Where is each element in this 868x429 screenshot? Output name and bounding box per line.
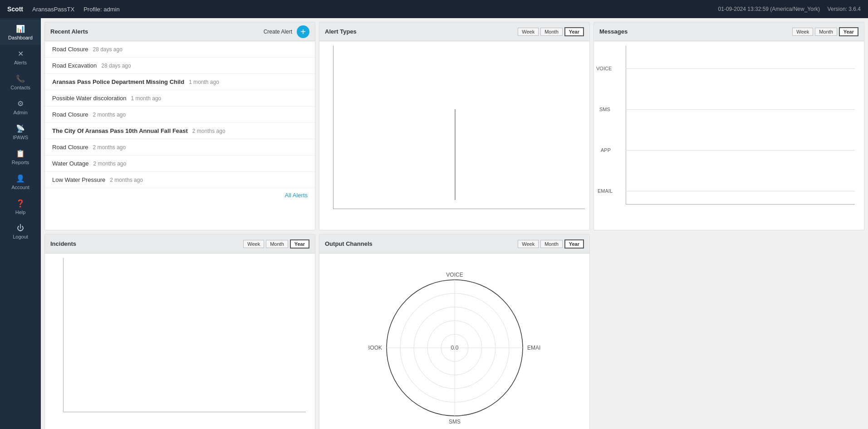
messages-month-btn[interactable]: Month [815, 28, 837, 36]
alert-item[interactable]: Water Outage 2 months ago [45, 156, 315, 172]
create-alert-label: Create Alert [264, 29, 292, 35]
alert-time: 28 days ago [93, 46, 123, 53]
messages-year-btn[interactable]: Year [839, 27, 858, 36]
voice-track [626, 68, 855, 69]
alert-types-year-btn[interactable]: Year [564, 27, 584, 36]
main-layout: 📊 Dashboard ✕ Alerts 📞 Contacts ⚙ Admin … [0, 18, 868, 429]
alert-types-week-btn[interactable]: Week [518, 28, 539, 36]
chart-y-axis [333, 46, 333, 209]
app-track [626, 150, 855, 151]
alert-name: Road Closure [52, 144, 88, 151]
incidents-year-btn[interactable]: Year [290, 239, 309, 249]
alert-name: Road Closure [52, 111, 88, 118]
alert-item[interactable]: Road Closure 2 months ago [45, 139, 315, 156]
messages-x-axis [626, 204, 855, 205]
radar-chart-container: VOICE EMAIL SMS FACEBOOK 0.0 [319, 253, 589, 429]
alert-item[interactable]: Road Closure 28 days ago [45, 41, 315, 58]
incidents-panel: Incidents Week Month Year [44, 234, 315, 429]
org-name: AransasPassTX [32, 6, 74, 13]
contacts-icon: 📞 [16, 74, 25, 83]
sidebar-item-ipaws[interactable]: 📡 IPAWS [0, 120, 41, 145]
messages-body: VOICE SMS APP EMAIL [594, 41, 864, 230]
incidents-week-btn[interactable]: Week [243, 240, 264, 248]
sidebar-item-account[interactable]: 👤 Account [0, 170, 41, 195]
sidebar-item-label: Alerts [14, 60, 27, 65]
alert-name: Low Water Pressure [52, 176, 105, 183]
sidebar-item-label: Contacts [10, 85, 30, 90]
datetime-version: 01-09-2024 13:32:59 (America/New_York) V… [718, 6, 861, 12]
alert-time: 1 month ago [189, 79, 219, 85]
voice-row: VOICE [626, 68, 855, 69]
alert-item[interactable]: Aransas Pass Police Department Missing C… [45, 74, 315, 90]
dashboard-icon: 📊 [16, 24, 25, 33]
sidebar-item-help[interactable]: ❓ Help [0, 195, 41, 219]
radar-chart-svg: VOICE EMAIL SMS FACEBOOK 0.0 [368, 268, 541, 427]
messages-week-btn[interactable]: Week [792, 28, 813, 36]
sms-track [626, 109, 855, 110]
app-label: APP [601, 147, 611, 153]
sidebar-item-contacts[interactable]: 📞 Contacts [0, 70, 41, 95]
sidebar-item-dashboard[interactable]: 📊 Dashboard [0, 20, 41, 45]
sidebar-item-admin[interactable]: ⚙ Admin [0, 95, 41, 120]
output-channels-month-btn[interactable]: Month [540, 240, 563, 248]
alert-time: 2 months ago [93, 161, 126, 167]
messages-header: Messages Week Month Year [594, 22, 864, 41]
alert-item[interactable]: Possible Water discoloration 1 month ago [45, 90, 315, 107]
svg-text:SMS: SMS [448, 419, 460, 425]
sidebar-item-alerts[interactable]: ✕ Alerts [0, 45, 41, 70]
sidebar-item-label: Account [11, 185, 29, 190]
brand-name: Scott [7, 5, 23, 13]
alert-name: Aransas Pass Police Department Missing C… [52, 78, 184, 85]
content-area: Recent Alerts Create Alert + Road Closur… [41, 18, 868, 429]
alert-item[interactable]: Road Closure 2 months ago [45, 107, 315, 123]
sidebar-item-label: Help [15, 210, 26, 215]
alert-name: Road Closure [52, 46, 88, 53]
svg-text:FACEBOOK: FACEBOOK [368, 345, 382, 351]
sidebar-item-reports[interactable]: 📋 Reports [0, 145, 41, 170]
email-track [626, 191, 855, 191]
messages-y-axis [626, 46, 626, 205]
sms-label: SMS [599, 107, 610, 112]
output-channels-year-btn[interactable]: Year [564, 239, 584, 249]
alert-name: Possible Water discoloration [52, 95, 127, 102]
help-icon: ❓ [16, 199, 25, 208]
recent-alerts-body: Road Closure 28 days ago Road Excavation… [45, 41, 315, 230]
alert-types-title: Alert Types [325, 28, 357, 35]
sidebar-item-label: IPAWS [13, 135, 28, 140]
alert-time: 2 months ago [110, 177, 143, 183]
incidents-x-axis [63, 412, 306, 412]
incidents-body [45, 253, 315, 429]
alert-item[interactable]: The City Of Aransas Pass 10th Annual Fal… [45, 123, 315, 139]
voice-label: VOICE [596, 66, 612, 71]
incidents-header: Incidents Week Month Year [45, 234, 315, 253]
alert-time: 2 months ago [93, 144, 126, 151]
messages-time-buttons: Week Month Year [792, 27, 858, 36]
sidebar-item-logout[interactable]: ⏻ Logout [0, 219, 41, 244]
top-bar: Scott AransasPassTX Profile: admin 01-09… [0, 0, 868, 18]
alert-time: 1 month ago [131, 95, 162, 102]
svg-text:0.0: 0.0 [451, 345, 458, 351]
alert-item[interactable]: Low Water Pressure 2 months ago [45, 172, 315, 188]
alert-types-time-buttons: Week Month Year [518, 27, 584, 36]
profile-label: Profile: admin [83, 6, 119, 13]
email-label: EMAIL [598, 188, 613, 194]
incidents-month-btn[interactable]: Month [266, 240, 288, 248]
incidents-y-axis [63, 258, 64, 412]
sidebar-item-label: Reports [12, 160, 29, 165]
messages-title: Messages [599, 28, 628, 35]
output-channels-header: Output Channels Week Month Year [319, 234, 589, 253]
alerts-icon: ✕ [18, 49, 24, 58]
app-row: APP [626, 150, 855, 151]
sidebar-item-label: Logout [13, 234, 28, 239]
alert-types-header: Alert Types Week Month Year [319, 22, 589, 41]
output-channels-week-btn[interactable]: Week [518, 240, 539, 248]
create-alert-button[interactable]: + [297, 25, 309, 38]
sms-row: SMS [626, 109, 855, 110]
alert-time: 2 months ago [192, 128, 226, 134]
alerts-list: Road Closure 28 days ago Road Excavation… [45, 41, 315, 188]
messages-panel: Messages Week Month Year VOICE [593, 22, 864, 230]
output-channels-time-buttons: Week Month Year [518, 239, 584, 249]
all-alerts-link[interactable]: All Alerts [45, 188, 315, 202]
alert-types-month-btn[interactable]: Month [540, 28, 563, 36]
alert-item[interactable]: Road Excavation 28 days ago [45, 58, 315, 74]
